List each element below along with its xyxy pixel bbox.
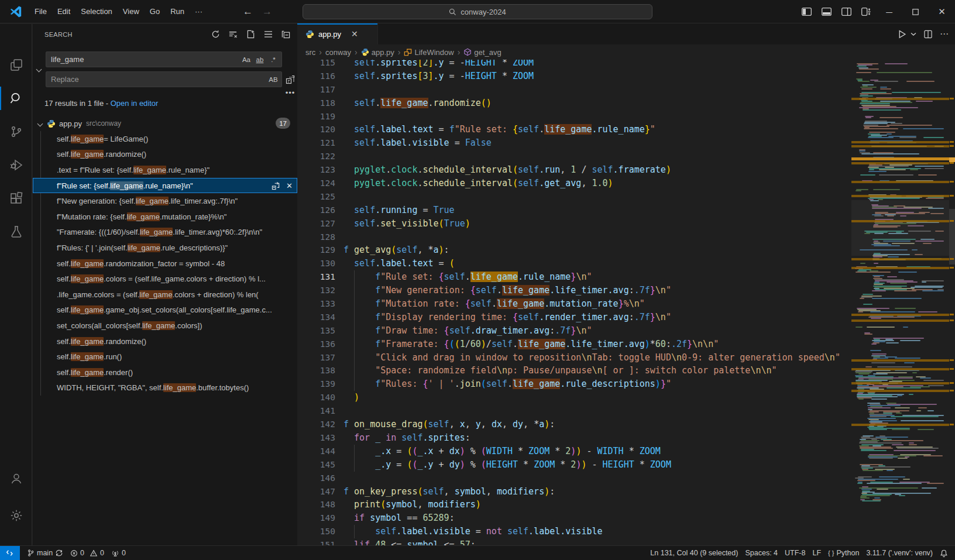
toggle-panel-icon[interactable] — [816, 0, 836, 23]
search-result-row[interactable]: WIDTH, HEIGHT, "RGBA", self.life_game.bu… — [33, 380, 297, 396]
run-python-file-icon[interactable] — [897, 29, 907, 39]
problems-item[interactable]: 0 0 — [67, 546, 108, 560]
code-line[interactable]: 134 f"Display rendering time: {self.rend… — [297, 311, 851, 324]
source-control-icon[interactable] — [0, 118, 32, 146]
search-result-row[interactable]: set_colors(all_colors[self.life_game.col… — [33, 318, 297, 334]
replace-input[interactable]: Replace AB — [46, 71, 282, 87]
menu-edit[interactable]: Edit — [52, 5, 75, 18]
expand-chevron-icon[interactable] — [37, 121, 43, 126]
clear-search-results-icon[interactable] — [226, 28, 240, 42]
minimize-button[interactable]: ─ — [876, 0, 902, 23]
explorer-icon[interactable] — [0, 51, 32, 79]
code-line[interactable]: 136 f"Framerate: {((1/60)/self.life_game… — [297, 338, 851, 351]
code-line[interactable]: 146 — [297, 472, 851, 485]
code-line[interactable]: 145 _.y = ((_.y + dy) % (HEIGHT * ZOOM *… — [297, 458, 851, 472]
preserve-case-toggle[interactable]: AB — [267, 74, 279, 85]
search-result-row[interactable]: f"Rule set: {self.life_game.rule_name}\n… — [33, 178, 297, 194]
code-editor[interactable]: 115 self.sprites[2].y = -HEIGHT * ZOOM11… — [297, 60, 851, 545]
notifications-bell-icon[interactable] — [936, 546, 955, 560]
encoding[interactable]: UTF-8 — [781, 546, 809, 560]
run-dropdown-chevron-icon[interactable] — [911, 32, 916, 36]
code-line[interactable]: 143 for _ in self.sprites: — [297, 431, 851, 445]
indentation[interactable]: Spaces: 4 — [741, 546, 781, 560]
language-mode[interactable]: { }Python — [825, 546, 863, 560]
regex-toggle[interactable]: .* — [267, 54, 279, 66]
code-line[interactable]: 123 pyglet.clock.schedule_interval(self.… — [297, 163, 851, 177]
menu-file[interactable]: File — [29, 5, 52, 18]
menu-selection[interactable]: Selection — [75, 5, 117, 18]
search-result-row[interactable]: self.life_game.randomize() — [33, 334, 297, 349]
menu-run[interactable]: Run — [165, 5, 190, 18]
ports-item[interactable]: 0 — [108, 546, 129, 560]
breadcrumb-conway[interactable]: conway — [325, 48, 351, 57]
code-line[interactable]: 125 — [297, 190, 851, 204]
python-interpreter[interactable]: 3.11.7 ('.venv': venv) — [863, 546, 936, 560]
extensions-icon[interactable] — [0, 184, 32, 212]
search-file-row[interactable]: app.py src\conway 17 — [33, 116, 297, 131]
view-as-tree-icon[interactable] — [261, 28, 275, 42]
search-result-row[interactable]: self.life_game.colors = (self.life_game.… — [33, 271, 297, 287]
code-line[interactable]: 131 f"Rule set: {self.life_game.rule_nam… — [297, 270, 851, 284]
minimap[interactable] — [851, 60, 949, 545]
code-line[interactable]: 149 if symbol == 65289: — [297, 511, 851, 525]
open-new-search-editor-icon[interactable] — [243, 28, 257, 42]
git-branch-item[interactable]: main — [23, 546, 67, 560]
maximize-button[interactable] — [902, 0, 929, 23]
menu-[interactable]: ··· — [190, 5, 208, 18]
run-debug-icon[interactable] — [0, 151, 32, 179]
code-line[interactable]: 116 self.sprites[3].y = -HEIGHT * ZOOM — [297, 70, 851, 83]
match-case-toggle[interactable]: Aa — [241, 54, 252, 66]
code-line[interactable]: 130 self.label.text = ( — [297, 257, 851, 270]
remote-indicator[interactable] — [0, 546, 20, 560]
replace-match-icon[interactable] — [272, 181, 280, 190]
code-line[interactable]: 150 self.label.visible = not self.label.… — [297, 525, 851, 538]
search-more-actions-icon[interactable]: ••• — [284, 88, 296, 97]
search-result-row[interactable]: f"Mutation rate: {self.life_game.mutatio… — [33, 209, 297, 225]
accounts-icon[interactable] — [0, 465, 32, 493]
search-result-row[interactable]: f"New generation: {self.life_game.life_t… — [33, 193, 297, 209]
code-line[interactable]: 122 — [297, 150, 851, 163]
breadcrumb-lifewindow[interactable]: LifeWindow — [404, 48, 454, 57]
code-line[interactable]: 120 self.label.text = f"Rule set: {self.… — [297, 123, 851, 136]
eol-sequence[interactable]: LF — [809, 546, 825, 560]
search-result-row[interactable]: self.life_game = LifeGame() — [33, 131, 297, 147]
code-line[interactable]: 118 self.life_game.randomize() — [297, 97, 851, 110]
code-line[interactable]: 148 print(symbol, modifiers) — [297, 498, 851, 511]
forward-arrow-icon[interactable]: → — [262, 6, 272, 18]
code-line[interactable]: 124 pyglet.clock.schedule_interval(self.… — [297, 177, 851, 190]
code-line[interactable]: 121 self.label.visible = False — [297, 136, 851, 150]
code-line[interactable]: 119 — [297, 110, 851, 123]
toggle-replace-chevron[interactable] — [34, 64, 43, 74]
breadcrumb-app-py[interactable]: app.py — [361, 48, 394, 57]
toggle-primary-sidebar-icon[interactable] — [796, 0, 816, 23]
replace-all-icon[interactable] — [284, 74, 296, 85]
code-line[interactable]: 140 ) — [297, 391, 851, 404]
code-line[interactable]: 133 f"Mutation rate: {self.life_game.mut… — [297, 297, 851, 311]
search-view-icon[interactable] — [0, 84, 32, 112]
code-line[interactable]: 137 "Click and drag in window to reposit… — [297, 351, 851, 365]
code-line[interactable]: 151 lif 48 <= symbol <= 57: — [297, 538, 851, 545]
code-line[interactable]: 135 f"Draw time: {self.draw_timer.avg:.7… — [297, 324, 851, 338]
code-line[interactable]: 138 "Space: randomize field\np: Pause/un… — [297, 364, 851, 377]
code-line[interactable]: 115 self.sprites[2].y = -HEIGHT * ZOOM — [297, 60, 851, 70]
split-editor-icon[interactable] — [923, 30, 933, 39]
settings-gear-icon[interactable] — [0, 501, 32, 530]
search-result-row[interactable]: self.life_game.run() — [33, 349, 297, 365]
whole-word-toggle[interactable]: ab — [254, 54, 266, 66]
menu-go[interactable]: Go — [145, 5, 165, 18]
search-result-row[interactable]: "Framerate: {((1/60)/self.life_game.life… — [33, 225, 297, 241]
code-line[interactable]: 129f get_avg(self, *a): — [297, 243, 851, 257]
breadcrumb-get-avg[interactable]: get_avg — [463, 48, 501, 57]
minimap-slider[interactable] — [851, 200, 949, 256]
code-line[interactable]: 144 _.x = ((_.x + dx) % (WIDTH * ZOOM * … — [297, 445, 851, 458]
search-result-row[interactable]: .life_game.colors = (self.life_game.colo… — [33, 287, 297, 303]
search-result-row[interactable]: self.life_game.randomization_factor = sy… — [33, 256, 297, 272]
code-line[interactable]: 139 f"Rules: {' | '.join(self.life_game.… — [297, 377, 851, 391]
command-center-search[interactable]: conway-2024 — [303, 4, 652, 19]
customize-layout-icon[interactable] — [856, 0, 876, 23]
collapse-all-icon[interactable] — [279, 28, 293, 42]
code-line[interactable]: 126 self.running = True — [297, 204, 851, 217]
refresh-icon[interactable] — [208, 28, 222, 42]
search-result-row[interactable]: f"Rules: {' | '.join(self.life_game.rule… — [33, 240, 297, 256]
tab-close-icon[interactable]: ✕ — [351, 29, 358, 39]
